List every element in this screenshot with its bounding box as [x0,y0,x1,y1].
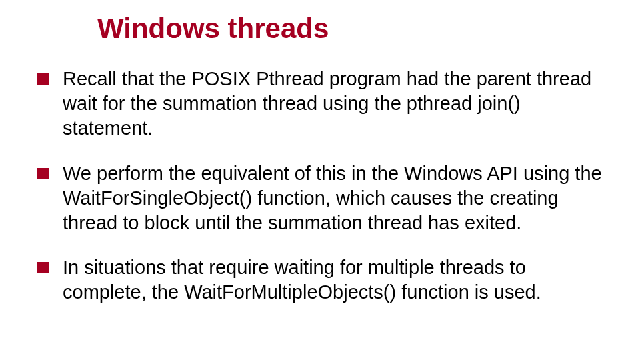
list-item: We perform the equivalent of this in the… [37,161,608,235]
list-item: In situations that require waiting for m… [37,255,608,305]
bullet-square-icon [37,73,49,85]
bullet-text: We perform the equivalent of this in the… [63,163,602,233]
bullet-square-icon [37,262,49,273]
slide-title: Windows threads [97,13,608,44]
slide: Windows threads Recall that the POSIX Pt… [0,0,640,364]
bullet-list: Recall that the POSIX Pthread program ha… [37,67,608,305]
list-item: Recall that the POSIX Pthread program ha… [37,67,608,141]
bullet-square-icon [37,168,49,179]
bullet-text: In situations that require waiting for m… [63,257,541,303]
bullet-text: Recall that the POSIX Pthread program ha… [63,68,591,139]
